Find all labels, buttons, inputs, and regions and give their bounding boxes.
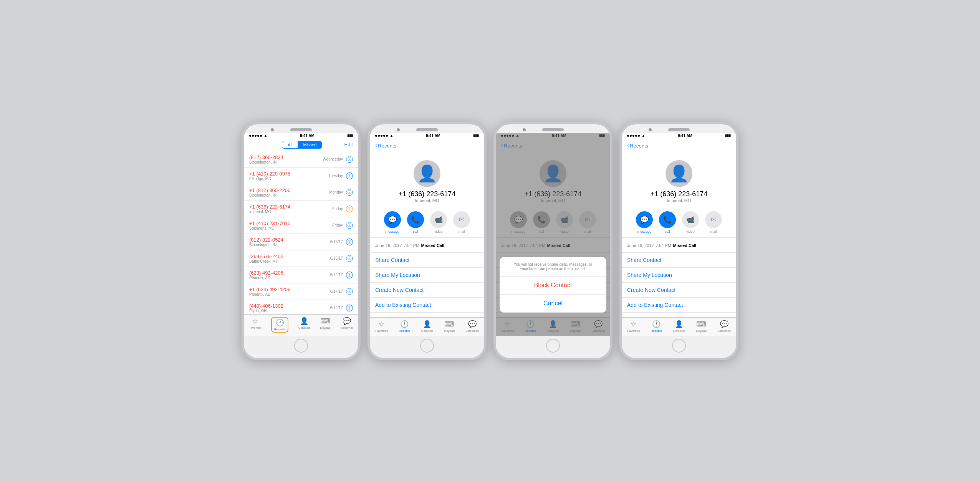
- action-buttons-4: 💬 message 📞 call 📹 video ✉: [622, 207, 736, 238]
- share-contact-2[interactable]: Share Contact: [370, 253, 484, 268]
- con-label-2: Contacts: [421, 329, 434, 333]
- cancel-btn-3[interactable]: Cancel: [500, 295, 606, 313]
- dim-overlay-3: You will not receive phone calls, messag…: [496, 133, 610, 336]
- info-btn-0[interactable]: ⓘ: [346, 156, 353, 163]
- contact-phone-2: +1 (636) 223-6174: [399, 190, 456, 198]
- list-item[interactable]: (440) 406-1302 Elyria, OH 6/14/17 ⓘ: [244, 300, 358, 314]
- tab-contacts-1[interactable]: 👤 Contacts: [298, 317, 311, 333]
- home-button-1[interactable]: [294, 339, 308, 353]
- status-bar-1: ▲ 9:41 AM ▮▮▮: [244, 133, 358, 139]
- favorites-icon: ☆: [252, 317, 258, 325]
- share-location-4[interactable]: Share My Location: [622, 268, 736, 283]
- call-btn-4[interactable]: 📞 call: [659, 211, 676, 234]
- tab-favorites-1[interactable]: ☆ Favorites: [249, 317, 262, 333]
- nav-back-2[interactable]: ‹ Recents: [375, 142, 396, 149]
- share-location-2[interactable]: Share My Location: [370, 268, 484, 283]
- list-item[interactable]: +1 (410) 220-0978 Elkridge, MD Tuesday ⓘ: [244, 168, 358, 184]
- home-btn-area-3: [496, 336, 610, 358]
- add-existing-4[interactable]: Add to Existing Contact: [622, 298, 736, 313]
- tab-keypad-2[interactable]: ⌨ Keypad: [444, 320, 455, 333]
- status-left-1: ▲: [249, 134, 267, 137]
- mail-label-2: mail: [459, 230, 465, 234]
- tab-fav-4[interactable]: ☆ Favorites: [627, 320, 640, 333]
- tab-keypad-1[interactable]: ⌨ Keypad: [320, 317, 331, 333]
- info-btn-6[interactable]: ⓘ: [346, 255, 353, 262]
- mail-btn-4[interactable]: ✉ mail: [705, 211, 722, 234]
- home-button-4[interactable]: [672, 339, 686, 353]
- list-item[interactable]: (269) 579-2405 Battle Creek, MI 6/15/17 …: [244, 250, 358, 267]
- tab-bar-4: ☆ Favorites 🕐 Recents 👤 Contacts ⌨ Keypa…: [622, 317, 736, 336]
- tab-vm-4[interactable]: 💬 Voicemail: [717, 320, 730, 333]
- tab-contacts-2[interactable]: 👤 Contacts: [421, 320, 434, 333]
- home-button-3[interactable]: [546, 339, 560, 353]
- tab-recents-1[interactable]: 🕐 Recents: [271, 317, 288, 333]
- list-item[interactable]: (812) 322-0524 Bloomington, IN 6/15/17 ⓘ: [244, 234, 358, 250]
- list-item[interactable]: +1 (410) 231-7015 Solomons, MD Friday ⓘ: [244, 217, 358, 234]
- list-item[interactable]: (812) 360-2824 Bloomington, IN Wednesday…: [244, 151, 358, 168]
- rec-icon-2: 🕐: [400, 320, 409, 328]
- contact-header-2: 👤 +1 (636) 223-6174 Imperial, MO: [370, 153, 484, 207]
- camera-icon: [271, 128, 274, 131]
- tab-favorites-2[interactable]: ☆ Favorites: [375, 320, 388, 333]
- phone4-wrapper: ▲ 9:41 AM ▮▮▮ ‹ Recents �: [619, 122, 738, 360]
- recents-nav: All Missed Edit: [244, 139, 358, 151]
- fav-icon-2: ☆: [379, 320, 385, 328]
- recents-label: Recents: [274, 328, 285, 331]
- list-item[interactable]: +1 (636) 223-6174 Imperial, MO Friday ⓘ: [244, 201, 358, 217]
- block-contact-btn-3[interactable]: Block Contact: [500, 277, 606, 295]
- seg-all[interactable]: All: [282, 141, 298, 148]
- key-icon-2: ⌨: [444, 320, 454, 328]
- home-btn-area-4: [622, 336, 736, 358]
- nav-back-label-2: Recents: [378, 143, 396, 149]
- contact-header-4: 👤 +1 (636) 223-6174 Imperial, MO: [622, 153, 736, 207]
- call-label-2: call: [413, 230, 418, 234]
- info-btn-5[interactable]: ⓘ: [346, 239, 353, 245]
- wifi-icon-4: ▲: [642, 134, 645, 137]
- info-btn-1[interactable]: ⓘ: [346, 172, 353, 179]
- avatar-2: 👤: [414, 160, 440, 187]
- list-item[interactable]: (623) 492-4206 Phoenix, AZ 6/14/17 ⓘ: [244, 267, 358, 283]
- tab-recents-2[interactable]: 🕐 Recents: [399, 320, 410, 333]
- info-btn-7[interactable]: ⓘ: [346, 272, 353, 278]
- wifi-icon: ▲: [264, 134, 267, 137]
- create-contact-4[interactable]: Create New Contact: [622, 283, 736, 298]
- add-existing-2[interactable]: Add to Existing Contact: [370, 298, 484, 313]
- info-btn-2[interactable]: ⓘ: [346, 189, 353, 196]
- tab-voicemail-1[interactable]: 💬 Voicemail: [340, 317, 353, 333]
- home-button-2[interactable]: [420, 339, 434, 353]
- tab-voicemail-2[interactable]: 💬 Voicemail: [465, 320, 478, 333]
- call-date-2: June 16, 2017: [375, 243, 402, 248]
- info-btn-9[interactable]: ⓘ: [346, 305, 353, 311]
- share-contact-4[interactable]: Share Contact: [622, 253, 736, 268]
- video-circle-2: 📹: [430, 211, 447, 228]
- nav-back-4[interactable]: ‹ Recents: [627, 142, 648, 149]
- recent-name-0: (812) 360-2824: [249, 154, 323, 160]
- tab-key-4[interactable]: ⌨ Keypad: [696, 320, 707, 333]
- call-btn-2[interactable]: 📞 call: [407, 211, 424, 234]
- list-item[interactable]: +1 (812) 360-2206 Bloomington, IN Monday…: [244, 184, 358, 201]
- info-btn-3-highlighted[interactable]: ⓘ: [346, 205, 353, 212]
- mail-btn-2[interactable]: ✉ mail: [453, 211, 470, 234]
- video-btn-4[interactable]: 📹 video: [682, 211, 699, 234]
- call-log-2: June 16, 2017 7:54 PM Missed Call: [370, 238, 484, 253]
- video-btn-2[interactable]: 📹 video: [430, 211, 447, 234]
- tab-bar-2: ☆ Favorites 🕐 Recents 👤 Contacts ⌨ Keypa…: [370, 317, 484, 336]
- video-circle-4: 📹: [682, 211, 699, 228]
- tab-con-4[interactable]: 👤 Contacts: [673, 320, 685, 333]
- recent-info-0: (812) 360-2824 Bloomington, IN: [249, 154, 323, 164]
- edit-button[interactable]: Edit: [344, 142, 353, 147]
- message-btn-4[interactable]: 💬 message: [636, 211, 653, 234]
- seg-missed[interactable]: Missed: [298, 141, 322, 148]
- home-btn-area-1: [244, 336, 358, 358]
- create-contact-2[interactable]: Create New Contact: [370, 283, 484, 298]
- tab-rec-4[interactable]: 🕐 Recents: [651, 320, 662, 333]
- home-btn-area-2: [370, 336, 484, 358]
- info-btn-8[interactable]: ⓘ: [346, 288, 353, 295]
- info-btn-4[interactable]: ⓘ: [346, 222, 353, 229]
- list-item[interactable]: +1 (623) 492-4206 Phoenix, AZ 6/14/17 ⓘ: [244, 283, 358, 300]
- call-time-2: 7:54 PM: [404, 243, 419, 248]
- segment-control[interactable]: All Missed: [282, 141, 322, 149]
- mail-circle-4: ✉: [705, 211, 722, 228]
- recent-loc-0: Bloomington, IN: [249, 160, 323, 164]
- message-btn-2[interactable]: 💬 message: [384, 211, 401, 234]
